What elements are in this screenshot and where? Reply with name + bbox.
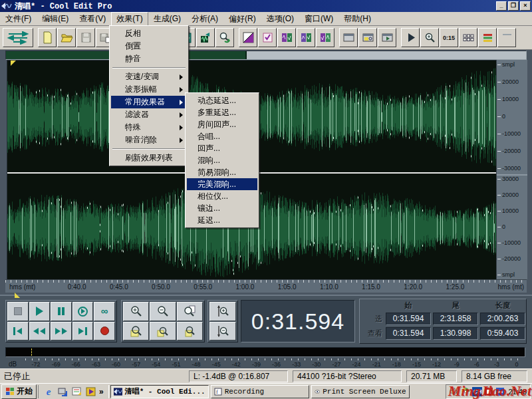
- menu-item[interactable]: 分析(A): [186, 12, 223, 26]
- effects-menu-item[interactable]: 倒置: [111, 40, 187, 53]
- menu-item[interactable]: 偏好(R): [223, 12, 261, 26]
- effect-rack-1-button[interactable]: [277, 28, 296, 47]
- menu-item[interactable]: 生成(G): [148, 12, 186, 26]
- cursor-marker-bottom[interactable]: [15, 293, 20, 298]
- minimize-button[interactable]: _: [496, 1, 507, 11]
- menu-item[interactable]: 文件(F): [0, 12, 37, 26]
- submenu-item[interactable]: 相位仪...: [187, 190, 257, 202]
- effects-menu-item[interactable]: 特殊: [111, 121, 187, 134]
- submenu-item[interactable]: 回声...: [187, 142, 257, 154]
- submenu-item[interactable]: 简易混响...: [187, 166, 257, 178]
- view-end-value[interactable]: 1:30.998: [433, 327, 478, 340]
- play-from-cursor-button[interactable]: [72, 302, 94, 321]
- task-button-print-screen[interactable]: Print Screen Deluxe: [311, 385, 410, 398]
- selection-start-value[interactable]: 0:31.594: [386, 313, 431, 325]
- view-length-value[interactable]: 0:59.403: [480, 327, 525, 340]
- submenu-item[interactable]: 混响...: [187, 154, 257, 166]
- multitrack-view-button[interactable]: [3, 28, 33, 47]
- effects-menu-item[interactable]: [112, 67, 186, 68]
- submenu-item[interactable]: 动态延迟...: [187, 94, 257, 106]
- zoom-sel-right-button[interactable]: [177, 322, 203, 341]
- play-button[interactable]: [29, 302, 51, 321]
- zoom-full-button[interactable]: [177, 302, 203, 321]
- fast-forward-button[interactable]: [51, 322, 72, 341]
- effects-menu-item[interactable]: [112, 148, 186, 150]
- show-desktop-icon[interactable]: [57, 386, 68, 397]
- zoom-sel-left-button[interactable]: [150, 322, 176, 341]
- input-method-indicator[interactable]: CH: [472, 387, 482, 396]
- rewind-button[interactable]: [29, 322, 51, 341]
- zoom-to-selection-button[interactable]: [123, 322, 149, 341]
- restore-button[interactable]: ❐: [508, 1, 519, 11]
- blank-tool-button[interactable]: [497, 28, 516, 47]
- menu-item[interactable]: 查看(V): [74, 12, 111, 26]
- paste-to-new-button[interactable]: [196, 28, 215, 47]
- time-ruler[interactable]: hms (mt) 0:40.00:45.00:50.00:55.01:00.01…: [5, 279, 527, 293]
- zoom-tool-button[interactable]: [420, 28, 439, 47]
- submenu-item[interactable]: 完美混响...: [187, 178, 257, 190]
- go-to-end-button[interactable]: [72, 322, 94, 341]
- cd-player-icon[interactable]: [461, 387, 470, 396]
- selection-end-value[interactable]: 2:31.858: [433, 313, 478, 325]
- vertical-zoom-in-button[interactable]: [209, 302, 236, 321]
- task-button-recording[interactable]: f Recording: [211, 385, 309, 398]
- submenu-item[interactable]: 合唱...: [187, 130, 257, 142]
- media-player-icon[interactable]: [85, 386, 96, 397]
- levels-button[interactable]: [478, 28, 497, 47]
- submenu-item[interactable]: 镶边...: [187, 202, 257, 214]
- submenu-item[interactable]: 延迟...: [187, 214, 257, 226]
- menu-item[interactable]: 编辑(E): [37, 12, 74, 26]
- stop-button[interactable]: [7, 302, 29, 321]
- zoom-out-button[interactable]: [150, 302, 176, 321]
- pause-button[interactable]: [51, 302, 72, 321]
- menu-item[interactable]: 效果(T): [111, 12, 148, 26]
- quick-launch-overflow-chevron[interactable]: »: [99, 387, 104, 396]
- level-meter[interactable]: [5, 347, 525, 357]
- cell-grid-button[interactable]: [459, 28, 477, 47]
- go-to-start-button[interactable]: [7, 322, 29, 341]
- record-button[interactable]: [94, 322, 115, 341]
- open-file-button[interactable]: [57, 28, 76, 47]
- start-button[interactable]: 开始: [1, 384, 37, 399]
- effects-menu-item[interactable]: 噪音消除: [111, 134, 187, 146]
- effects-menu-item[interactable]: 反相: [111, 27, 187, 40]
- view-start-value[interactable]: 0:31.594: [386, 327, 431, 340]
- normalize-button[interactable]: [239, 28, 257, 47]
- tray-clock[interactable]: 21:48: [507, 388, 527, 396]
- play-loop-button[interactable]: ∞: [94, 302, 115, 321]
- settings-check-button[interactable]: [258, 28, 277, 47]
- effect-rack-2-button[interactable]: [297, 28, 315, 47]
- play-tool-button[interactable]: [401, 28, 420, 47]
- effects-menu-item[interactable]: 滤波器: [111, 108, 187, 121]
- task-button-cool-edit[interactable]: 清唱* - Cool Edi...: [110, 385, 209, 398]
- time-format-button[interactable]: 0:15: [440, 28, 458, 47]
- close-button[interactable]: ×: [520, 1, 531, 11]
- effects-menu-item[interactable]: 静音: [111, 53, 187, 65]
- zoom-in-button[interactable]: [123, 302, 149, 321]
- amplitude-ruler[interactable]: smpl20000100000-10000-20000-30000 300002…: [496, 60, 527, 279]
- ie-icon[interactable]: e: [43, 386, 54, 397]
- menu-item[interactable]: 选项(O): [261, 12, 299, 26]
- cursor-marker-top[interactable]: [11, 61, 16, 66]
- tray-app-icon[interactable]: [484, 387, 493, 396]
- window-3-button[interactable]: [378, 28, 396, 47]
- selection-length-value[interactable]: 2:00.263: [480, 313, 525, 325]
- speaker-icon[interactable]: [450, 387, 459, 396]
- effects-menu-item[interactable]: 刷新效果列表: [111, 152, 187, 164]
- effects-menu-item[interactable]: 常用效果器: [111, 96, 187, 108]
- effects-menu-item[interactable]: 变速/变调: [111, 70, 187, 83]
- session-overview-bar[interactable]: [5, 51, 527, 60]
- convert-sample-type-button[interactable]: [215, 28, 234, 47]
- menu-item[interactable]: 帮助(H): [338, 12, 376, 26]
- notes-app-icon[interactable]: [71, 386, 82, 397]
- effects-menu-item[interactable]: 波形振幅: [111, 83, 187, 96]
- vertical-zoom-out-button[interactable]: [209, 322, 236, 341]
- submenu-item[interactable]: 多重延迟...: [187, 106, 257, 118]
- window-1-button[interactable]: [339, 28, 358, 47]
- menu-item[interactable]: 窗口(W): [299, 12, 338, 26]
- submenu-item[interactable]: 房间回声...: [187, 118, 257, 130]
- effect-rack-3-button[interactable]: [316, 28, 334, 47]
- save-button[interactable]: [76, 28, 95, 47]
- new-file-button[interactable]: [38, 28, 57, 47]
- window-2-button[interactable]: [358, 28, 377, 47]
